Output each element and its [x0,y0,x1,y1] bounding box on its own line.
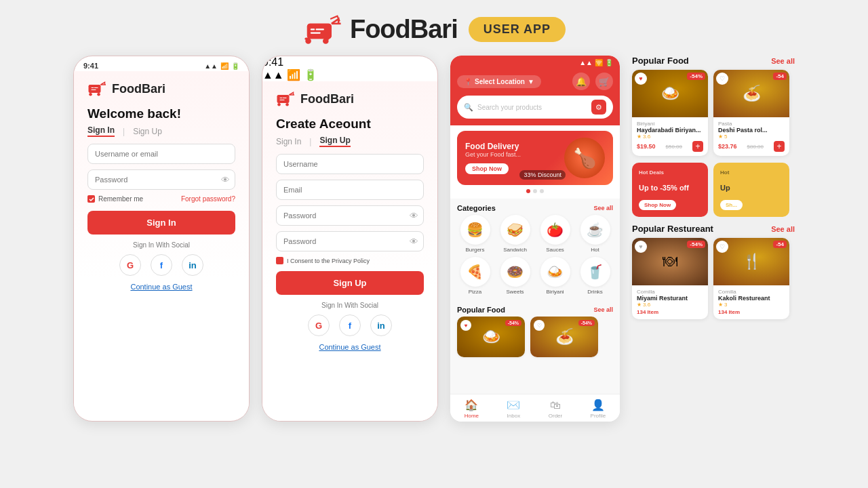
sandwich-label: Sandwich [503,247,527,253]
signup-password-input[interactable] [276,205,424,226]
forgot-password-link[interactable]: Forgot password? [181,195,235,203]
right-restaurant-kakoli[interactable]: 🍴 ♡ -54 Comilla Kakoli Restureant ★ 3 13… [713,238,789,319]
eye-icon[interactable]: 👁 [221,175,230,185]
social-signup-label: Sign In With Social [276,302,424,309]
right-banner-shop-btn[interactable]: Shop Now [639,200,676,210]
signup-username-input[interactable] [276,154,424,174]
home-nav-label: Home [465,413,479,419]
notification-btn[interactable]: 🔔 [572,73,590,90]
categories-see-all[interactable]: See all [593,205,613,211]
facebook-signup-btn[interactable]: f [339,314,361,336]
social-icons-row: G f in [87,254,235,276]
category-biriyani[interactable]: 🍛 Biriyani [537,257,573,295]
right-food-card-pasta[interactable]: 🍝 ♡ -54 Pasta Deshi Pasta rol... ★ 5 $23… [713,70,789,156]
tab-signup-inactive[interactable]: Sign Up [133,127,162,136]
food-card-1-discount: -54% [505,320,521,326]
miyami-heart[interactable]: ♥ [635,241,647,253]
right-banner-red: Hot Deals Up to -35% off Shop Now [632,163,708,217]
right-pasta-add-btn[interactable]: + [774,141,785,152]
category-sandwich[interactable]: 🥪 Sandwich [497,215,533,253]
chevron-down-icon: ▼ [528,78,534,85]
miyami-body: Comilla Miyami Resturant ★ 3.6 134 Item [632,285,708,319]
star-icon: ★ [637,134,642,140]
tab-signin-active[interactable]: Sign In [87,125,115,137]
signup-button[interactable]: Sign Up [276,271,424,295]
eye-icon-signup2[interactable]: 👁 [410,237,418,247]
sandwich-icon: 🥪 [500,215,530,245]
signup-email-input[interactable] [276,180,424,200]
home-scroll[interactable]: Categories See all 🍔 Burgers 🥪 Sandwich … [450,199,620,394]
username-input[interactable] [87,144,235,164]
eye-icon-signup1[interactable]: 👁 [410,211,418,221]
category-pizza[interactable]: 🍕 Pizza [457,257,493,295]
right-biriyani-add-btn[interactable]: + [692,141,703,152]
right-popular-restaurant-see-all[interactable]: See all [771,225,795,233]
kakoli-heart[interactable]: ♡ [716,241,728,253]
right-food-card-biriyani[interactable]: 🍛 ♥ -54% Biriyani Haydarabadi Biriyan...… [632,70,708,156]
category-burgers[interactable]: 🍔 Burgers [457,215,493,253]
foodbari-logo-icon [302,12,343,46]
shop-now-button[interactable]: Shop Now [465,163,509,174]
category-sauces[interactable]: 🍅 Sauces [537,215,573,253]
category-drinks[interactable]: 🥤 Drinks [577,257,613,295]
search-bar: 🔍 Search your products ⚙ [457,96,613,119]
category-hot[interactable]: ☕ Hot [577,215,613,253]
tab-signin-inactive[interactable]: Sign In [276,137,301,146]
dot-3[interactable] [540,189,544,193]
inbox-nav-icon: ✉️ [507,399,520,411]
right-biriyani-price-row: $19.50 $50.00 + [637,141,703,152]
popular-food-see-all[interactable]: See all [593,306,613,313]
continue-as-guest-signup[interactable]: Continue as Guest [276,343,424,351]
cart-btn[interactable]: 🛒 [595,73,613,90]
signup-password-wrap: 👁 [276,205,424,226]
continue-as-guest-link[interactable]: Continue as Guest [87,283,235,291]
food-card-2-heart[interactable]: ♡ [534,320,545,331]
svg-point-8 [97,93,100,96]
location-selector[interactable]: 📍 Select Location ▼ [457,75,541,88]
filter-button[interactable]: ⚙ [591,100,606,115]
sweets-label: Sweets [506,289,524,295]
kakoli-items-count: 134 Item [718,309,785,315]
right-popular-food-section: Popular Food See all 🍛 ♥ -54% Biriyani H… [632,56,795,156]
nav-order[interactable]: 🛍 Order [549,399,562,419]
remember-label: Remember me [98,195,143,203]
location-icons-right: 🔔 🛒 [572,73,613,90]
linkedin-signin-btn[interactable]: in [182,254,203,276]
remember-left: Remember me [87,195,143,203]
right-popular-food-see-all[interactable]: See all [771,57,795,65]
dot-2[interactable] [533,189,537,193]
privacy-checkbox[interactable] [276,257,283,264]
signup-confirm-password-input[interactable] [276,231,424,251]
dot-1[interactable] [526,189,530,193]
facebook-signin-btn[interactable]: f [151,254,172,276]
category-sweets[interactable]: 🍩 Sweets [497,257,533,295]
banner-title: Food Delivery [465,142,521,151]
status-bar-signup: 9:41 ▲▲ 📶 🔋 [262,56,437,81]
right-biriyani-heart[interactable]: ♥ [635,73,647,85]
nav-home[interactable]: 🏠 Home [465,399,479,419]
right-pasta-heart[interactable]: ♡ [716,73,728,85]
signin-button[interactable]: Sign In [87,211,235,235]
food-card-1-heart[interactable]: ♥ [460,320,471,331]
hot-label: Hot [591,247,599,253]
google-signin-btn[interactable]: G [119,254,141,276]
nav-inbox[interactable]: ✉️ Inbox [507,399,520,419]
remember-checkbox[interactable] [87,195,95,203]
status-time-signup: 9:41 [262,56,283,68]
google-signup-btn[interactable]: G [308,314,330,336]
linkedin-signup-btn[interactable]: in [370,314,392,336]
biriyani-icon: 🍛 [540,257,570,287]
food-card-1[interactable]: 🍛 ♥ -54% [457,317,525,357]
home-status-bar: ▲▲ 🛜 🔋 [450,56,620,68]
right-banner-yellow-btn[interactable]: Sh... [720,200,743,210]
right-biriyani-name: Haydarabadi Biriyan... [637,127,703,134]
right-pasta-name: Deshi Pasta rol... [718,127,785,134]
password-input[interactable] [87,169,235,190]
remember-row: Remember me Forgot password? [87,195,235,203]
burger-label: Burgers [465,247,484,253]
food-card-2[interactable]: 🍝 ♡ -54% [530,317,598,357]
right-restaurant-miyami[interactable]: 🍽 ♥ -54% Comilla Miyami Resturant ★ 3.6 … [632,238,708,319]
tab-signup-active[interactable]: Sign Up [319,136,350,147]
search-placeholder[interactable]: Search your products [477,104,587,111]
nav-profile[interactable]: 👤 Profile [591,399,606,419]
